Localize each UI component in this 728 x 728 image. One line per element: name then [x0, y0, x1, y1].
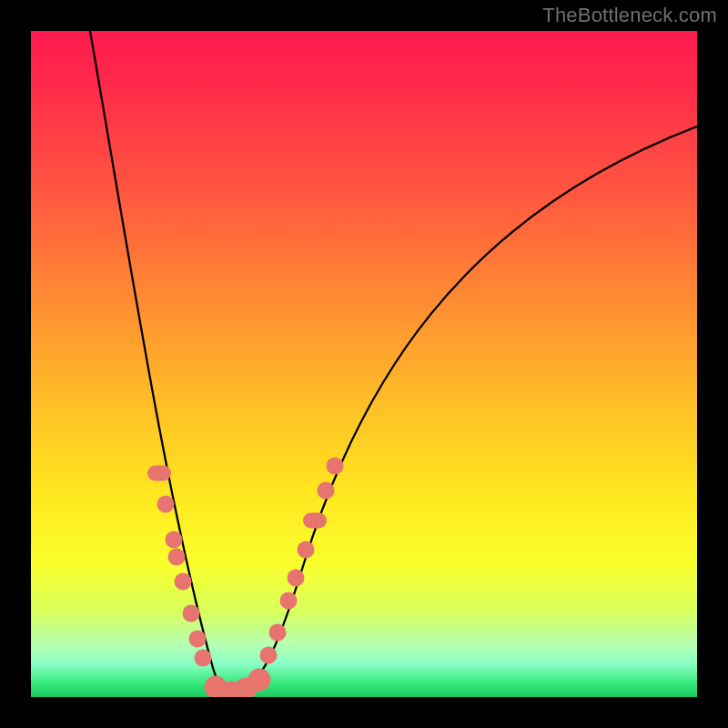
left-branch-dot — [189, 631, 207, 648]
left-branch-dot — [175, 573, 192, 591]
left-branch-dot — [157, 496, 175, 513]
right-branch-dot — [303, 513, 327, 529]
left-branch-dot — [166, 531, 183, 549]
right-branch-dot — [327, 458, 344, 475]
right-branch-dot — [288, 570, 305, 587]
chart-frame: TheBottleneck.com — [0, 0, 728, 728]
right-branch-dot — [260, 647, 278, 664]
watermark-text: TheBottleneck.com — [542, 4, 717, 27]
right-branch-dot — [318, 482, 335, 500]
left-branch-dot — [195, 650, 212, 667]
left-branch-dot — [147, 466, 171, 481]
right-branch-dot — [280, 592, 298, 610]
curves-layer — [31, 31, 697, 697]
right-branch-dot — [298, 541, 315, 559]
left-branch-dot — [168, 549, 186, 566]
plot-area — [31, 31, 697, 697]
right-branch-dot — [269, 624, 287, 642]
left-curve — [90, 31, 233, 693]
valley-dot — [248, 669, 271, 692]
right-curve — [234, 126, 697, 693]
left-branch-dot — [183, 605, 200, 622]
